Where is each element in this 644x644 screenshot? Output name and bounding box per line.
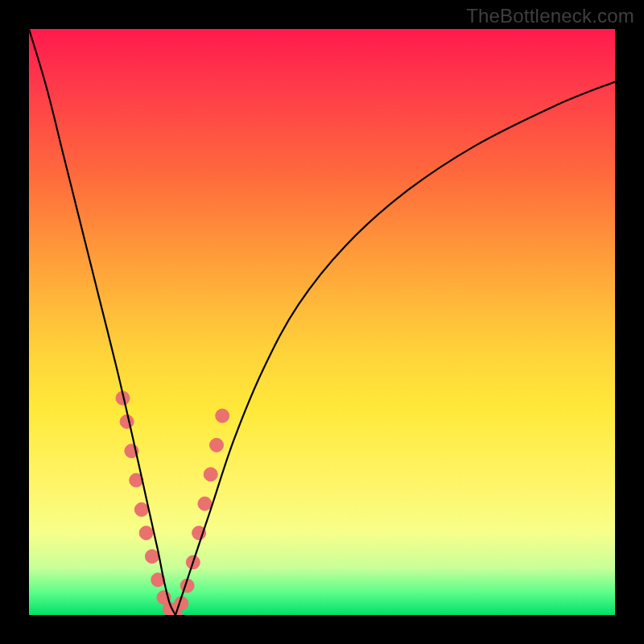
- bead-point: [145, 550, 159, 564]
- watermark-text: TheBottleneck.com: [466, 5, 634, 27]
- bead-point: [210, 438, 224, 452]
- bead-point: [139, 526, 153, 540]
- chart-svg: [29, 29, 615, 615]
- chart-frame: TheBottleneck.com: [0, 0, 644, 644]
- bead-point: [120, 415, 134, 428]
- right-branch-curve: [175, 82, 615, 616]
- bead-point: [198, 497, 212, 510]
- bead-point: [204, 468, 217, 481]
- bead-point: [134, 503, 148, 517]
- bead-point: [216, 409, 229, 423]
- chart-plot-area: [29, 29, 615, 615]
- left-branch-curve: [29, 29, 175, 615]
